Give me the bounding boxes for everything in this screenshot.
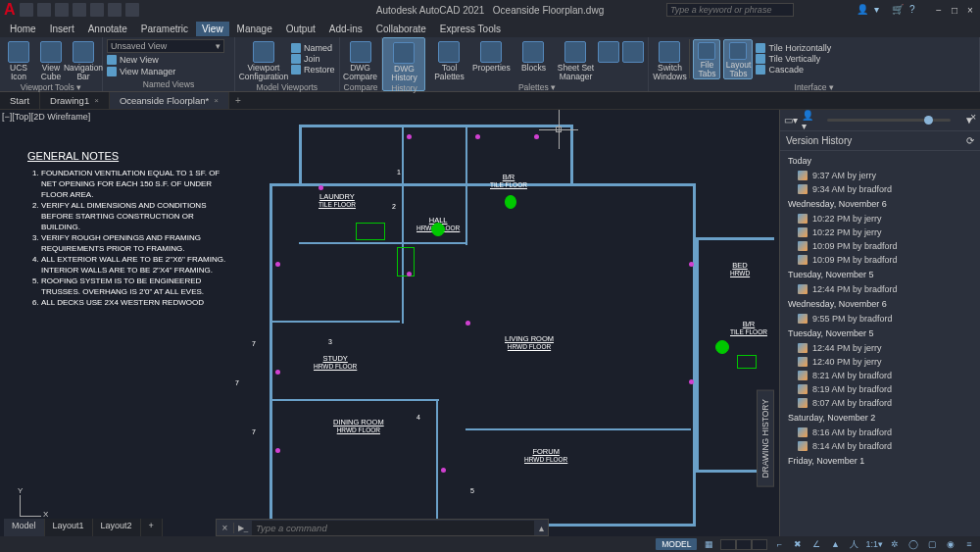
command-line[interactable]: × ▶_ Type a command ▴: [216, 519, 549, 536]
osnap-icon[interactable]: ∠: [809, 538, 823, 550]
new-tab-button[interactable]: +: [229, 95, 247, 106]
version-entry[interactable]: 9:55 PM by bradford: [780, 312, 980, 326]
maximize-button[interactable]: □: [947, 3, 962, 17]
version-entry[interactable]: 12:44 PM by jerry: [780, 341, 980, 355]
command-input[interactable]: Type a command: [252, 521, 534, 535]
minimize-button[interactable]: −: [931, 3, 947, 17]
viewport-config-button[interactable]: Viewport Configuration: [239, 39, 288, 81]
switch-windows-button[interactable]: Switch Windows: [653, 39, 686, 81]
menu-home[interactable]: Home: [4, 22, 42, 36]
file-tabs-button[interactable]: File Tabs: [693, 39, 720, 79]
palette-button-4[interactable]: [598, 39, 619, 64]
version-entry[interactable]: 10:22 PM by jerry: [780, 212, 980, 226]
customize-icon[interactable]: ≡: [962, 538, 976, 550]
palette-button-1[interactable]: Properties: [471, 39, 511, 73]
drawing-canvas[interactable]: [−][Top][2D Wireframe] GENERAL NOTES FOU…: [0, 110, 779, 536]
layout-tabs-button[interactable]: Layout Tabs: [723, 39, 753, 79]
version-entry[interactable]: 8:19 AM by bradford: [780, 382, 980, 396]
gear-icon[interactable]: ✲: [888, 538, 902, 550]
space-pager[interactable]: [720, 539, 767, 550]
clean-icon[interactable]: ▢: [925, 538, 939, 550]
add-layout-button[interactable]: +: [141, 519, 163, 536]
timeline-slider[interactable]: [827, 119, 951, 122]
panel-close-button[interactable]: ×: [970, 112, 976, 123]
doc-tab[interactable]: Drawing1×: [40, 92, 110, 109]
workspace-icon[interactable]: ◯: [906, 538, 920, 550]
ucs-icon[interactable]: X Y: [20, 487, 49, 517]
qat-undo-icon[interactable]: [108, 3, 122, 17]
dwg-history-button[interactable]: DWG History: [387, 40, 420, 82]
refresh-icon[interactable]: ⟳: [966, 135, 974, 146]
cascade-button[interactable]: Cascade: [756, 65, 831, 75]
doc-tab[interactable]: Start: [0, 92, 40, 109]
view-cube-button[interactable]: ViewCube: [36, 39, 66, 81]
palette-button-2[interactable]: Blocks: [514, 39, 553, 73]
qat-plot-icon[interactable]: [90, 3, 104, 17]
version-entry[interactable]: 8:16 AM by bradford: [780, 426, 980, 439]
viewport-control-label[interactable]: [−][Top][2D Wireframe]: [2, 112, 90, 122]
cloud-icon[interactable]: ▾: [874, 4, 886, 16]
version-entry[interactable]: 9:37 AM by jerry: [780, 169, 980, 182]
polar-icon[interactable]: ✖: [791, 538, 805, 550]
menu-express-tools[interactable]: Express Tools: [434, 22, 507, 36]
version-entry[interactable]: 8:14 AM by bradford: [780, 439, 980, 453]
view-manager-button[interactable]: View Manager: [107, 67, 175, 76]
grid-icon[interactable]: ▦: [702, 538, 715, 550]
palette-button-0[interactable]: ToolPalettes: [429, 39, 468, 81]
scale-icon[interactable]: 1:1▾: [865, 538, 883, 550]
qat-open-icon[interactable]: [37, 3, 51, 17]
vp-join-button[interactable]: Join: [291, 54, 335, 64]
cmdline-history-icon[interactable]: ▶_: [234, 524, 252, 532]
new-view-button[interactable]: New View: [107, 55, 159, 65]
qat-save-icon[interactable]: [55, 3, 69, 17]
user-filter-icon[interactable]: 👤▾: [802, 115, 813, 126]
layout-tab-layout2[interactable]: Layout2: [93, 519, 141, 536]
tile-horizontal-button[interactable]: Tile Horizontally: [756, 43, 831, 53]
help-icon[interactable]: ?: [909, 4, 921, 16]
version-entry[interactable]: 10:09 PM by bradford: [780, 239, 980, 253]
menu-annotate[interactable]: Annotate: [82, 22, 133, 36]
version-entry[interactable]: 12:44 PM by bradford: [780, 282, 980, 296]
menu-parametric[interactable]: Parametric: [135, 22, 194, 36]
vp-restore-button[interactable]: Restore: [291, 65, 335, 75]
version-entry[interactable]: 8:21 AM by bradford: [780, 369, 980, 382]
model-space-button[interactable]: MODEL: [656, 538, 697, 550]
menu-insert[interactable]: Insert: [44, 22, 80, 36]
qat-redo-icon[interactable]: [125, 3, 139, 17]
menu-view[interactable]: View: [196, 22, 229, 36]
panel-label[interactable]: Viewport Tools ▾: [4, 81, 98, 92]
version-entry[interactable]: 10:22 PM by jerry: [780, 226, 980, 239]
version-entry[interactable]: 10:09 PM by bradford: [780, 253, 980, 267]
qat-saveas-icon[interactable]: [73, 3, 86, 17]
isoplane-icon[interactable]: ▲: [828, 538, 842, 550]
cmdline-expand-icon[interactable]: ▴: [534, 523, 548, 533]
menu-output[interactable]: Output: [280, 22, 321, 36]
layout-tab-layout1[interactable]: Layout1: [45, 519, 93, 536]
compare-icon[interactable]: ▭▾: [784, 115, 796, 126]
menu-manage[interactable]: Manage: [231, 22, 278, 36]
cmdline-close-icon[interactable]: ×: [217, 523, 234, 533]
version-entry[interactable]: 8:07 AM by bradford: [780, 396, 980, 410]
palette-button-5[interactable]: [622, 39, 644, 64]
ucs-icon-button[interactable]: UCSIcon: [4, 39, 33, 81]
drawing-history-tab[interactable]: DRAWING HISTORY: [757, 390, 774, 487]
tab-close-icon[interactable]: ×: [214, 96, 219, 105]
menu-collaborate[interactable]: Collaborate: [370, 22, 432, 36]
dwg-compare-button[interactable]: DWG Compare: [344, 39, 377, 81]
annotation-icon[interactable]: 人: [847, 538, 860, 550]
tab-close-icon[interactable]: ×: [94, 96, 99, 105]
qat-new-icon[interactable]: [20, 3, 33, 17]
navigation-bar-button[interactable]: NavigationBar: [69, 39, 98, 81]
vp-named-button[interactable]: Named: [291, 43, 335, 53]
cart-icon[interactable]: 🛒: [892, 4, 904, 16]
doc-tab[interactable]: Oceanside Floorplan*×: [110, 92, 229, 109]
palette-button-3[interactable]: Sheet SetManager: [556, 39, 595, 81]
hardware-icon[interactable]: ◉: [944, 538, 957, 550]
tile-vertical-button[interactable]: Tile Vertically: [756, 54, 831, 64]
version-entry[interactable]: 9:34 AM by bradford: [780, 182, 980, 196]
ortho-icon[interactable]: ⌐: [772, 538, 786, 550]
menu-add-ins[interactable]: Add-ins: [323, 22, 368, 36]
help-search-input[interactable]: [666, 3, 794, 17]
close-button[interactable]: ×: [962, 3, 978, 17]
named-view-combo[interactable]: Unsaved View▾: [107, 39, 224, 53]
